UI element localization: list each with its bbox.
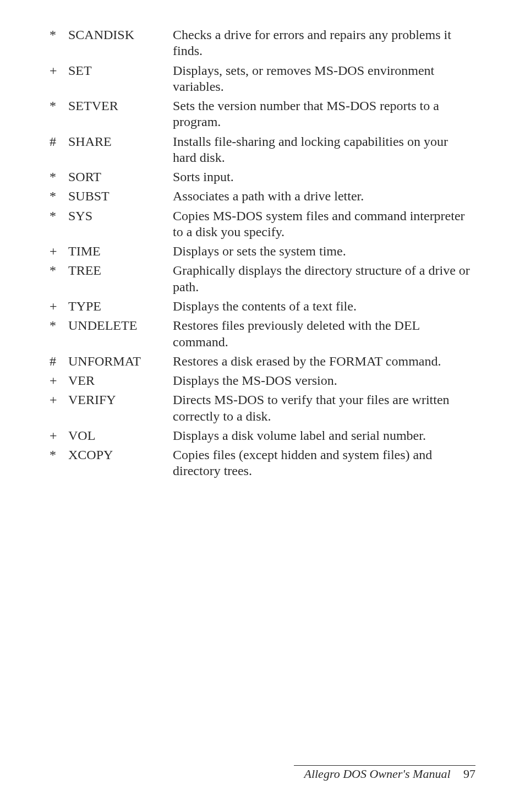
row-description: Displays or sets the system time.	[173, 242, 475, 261]
row-command: SCANDISK	[68, 25, 173, 61]
table-row: + TYPE Displays the contents of a text f…	[50, 297, 475, 316]
footer-rule	[294, 765, 475, 766]
footer-title: Allegro DOS Owner's Manual	[304, 767, 450, 781]
row-description: Copies files (except hidden and system f…	[173, 445, 475, 481]
row-command: TREE	[68, 261, 173, 297]
command-table: * SCANDISK Checks a drive for errors and…	[50, 25, 475, 481]
table-row: * XCOPY Copies files (except hidden and …	[50, 445, 475, 481]
row-description: Displays a disk volume label and serial …	[173, 426, 475, 445]
row-command: VERIFY	[68, 390, 173, 426]
row-command: SUBST	[68, 187, 173, 206]
table-row: * SORT Sorts input.	[50, 167, 475, 187]
row-command: VOL	[68, 426, 173, 445]
row-description: Directs MS-DOS to verify that your files…	[173, 390, 475, 426]
row-marker: +	[50, 61, 68, 97]
row-marker: *	[50, 96, 68, 132]
row-description: Associates a path with a drive letter.	[173, 187, 475, 206]
table-row: + VER Displays the MS-DOS version.	[50, 371, 475, 390]
row-command: TYPE	[68, 297, 173, 316]
row-command: SORT	[68, 167, 173, 187]
row-command: VER	[68, 371, 173, 390]
row-description: Displays the contents of a text file.	[173, 297, 475, 316]
row-description: Graphically displays the directory struc…	[173, 261, 475, 297]
table-row: + VOL Displays a disk volume label and s…	[50, 426, 475, 445]
row-command: XCOPY	[68, 445, 173, 481]
table-row: * TREE Graphically displays the director…	[50, 261, 475, 297]
table-row: * SCANDISK Checks a drive for errors and…	[50, 25, 475, 61]
table-row: * UNDELETE Restores files previously del…	[50, 316, 475, 352]
row-command: SYS	[68, 206, 173, 242]
row-description: Installs file-sharing and locking capabi…	[173, 132, 475, 168]
row-marker: *	[50, 25, 68, 61]
row-marker: +	[50, 297, 68, 316]
row-description: Displays, sets, or removes MS-DOS enviro…	[173, 61, 475, 97]
table-row: # UNFORMAT Restores a disk erased by the…	[50, 352, 475, 371]
row-command: SHARE	[68, 132, 173, 168]
row-command: SETVER	[68, 96, 173, 132]
table-row: * SETVER Sets the version number that MS…	[50, 96, 475, 132]
row-description: Displays the MS-DOS version.	[173, 371, 475, 390]
row-command: SET	[68, 61, 173, 97]
row-marker: *	[50, 261, 68, 297]
row-marker: #	[50, 132, 68, 168]
table-row: + VERIFY Directs MS-DOS to verify that y…	[50, 390, 475, 426]
row-marker: *	[50, 206, 68, 242]
row-marker: *	[50, 316, 68, 352]
row-marker: *	[50, 187, 68, 206]
row-marker: +	[50, 242, 68, 261]
table-row: # SHARE Installs file-sharing and lockin…	[50, 132, 475, 168]
row-marker: *	[50, 445, 68, 481]
row-marker: *	[50, 167, 68, 187]
table-row: * SYS Copies MS-DOS system files and com…	[50, 206, 475, 242]
row-description: Restores a disk erased by the FORMAT com…	[173, 352, 475, 371]
page-footer: Allegro DOS Owner's Manual 97	[294, 765, 475, 781]
row-marker: #	[50, 352, 68, 371]
footer-page-number: 97	[463, 767, 475, 781]
row-description: Checks a drive for errors and repairs an…	[173, 25, 475, 61]
row-marker: +	[50, 390, 68, 426]
row-description: Sets the version number that MS-DOS repo…	[173, 96, 475, 132]
table-row: + TIME Displays or sets the system time.	[50, 242, 475, 261]
row-command: UNFORMAT	[68, 352, 173, 371]
row-command: TIME	[68, 242, 173, 261]
row-command: UNDELETE	[68, 316, 173, 352]
row-marker: +	[50, 426, 68, 445]
row-description: Restores files previously deleted with t…	[173, 316, 475, 352]
footer-line: Allegro DOS Owner's Manual 97	[294, 767, 475, 781]
page: * SCANDISK Checks a drive for errors and…	[0, 0, 525, 812]
table-row: * SUBST Associates a path with a drive l…	[50, 187, 475, 206]
table-row: + SET Displays, sets, or removes MS-DOS …	[50, 61, 475, 97]
row-marker: +	[50, 371, 68, 390]
row-description: Copies MS-DOS system files and command i…	[173, 206, 475, 242]
row-description: Sorts input.	[173, 167, 475, 187]
